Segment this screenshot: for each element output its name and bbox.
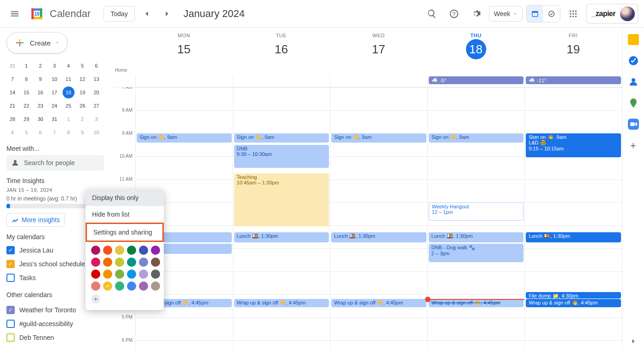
add-addon-button[interactable]: +	[630, 140, 636, 152]
checkbox[interactable]	[6, 274, 15, 282]
mini-cal-day[interactable]: 3	[91, 113, 103, 125]
color-swatch[interactable]	[115, 258, 124, 267]
create-button[interactable]: Create	[6, 32, 68, 53]
zoom-icon[interactable]	[628, 119, 639, 130]
color-swatch[interactable]	[151, 246, 160, 255]
mini-cal-day[interactable]: 21	[6, 100, 18, 112]
color-swatch[interactable]	[103, 270, 112, 279]
mini-cal-day[interactable]: 24	[48, 100, 60, 112]
mini-cal-day[interactable]: 1	[63, 113, 75, 125]
mini-cal-day[interactable]: 14	[6, 86, 18, 98]
color-swatch[interactable]	[91, 246, 100, 255]
next-period-button[interactable]	[159, 6, 175, 22]
checkbox[interactable]	[6, 306, 15, 314]
add-custom-color-button[interactable]: +	[91, 294, 100, 304]
calendar-event[interactable]: Lunch 🍱, 1:30pm	[526, 232, 621, 242]
view-select[interactable]: Week	[489, 6, 523, 22]
weather-event[interactable]: ☁️-5°	[429, 76, 524, 84]
mini-cal-day[interactable]: 17	[48, 86, 60, 98]
color-swatch[interactable]	[91, 258, 100, 267]
mini-cal-day[interactable]: 3	[48, 60, 60, 72]
mini-cal-day[interactable]: 26	[76, 100, 88, 112]
calendar-event[interactable]: Sign on ☀️, 9am	[429, 133, 524, 143]
color-swatch[interactable]	[103, 246, 112, 255]
calendar-event[interactable]: Lunch 🍱, 1:30pm	[429, 232, 524, 242]
search-people-input[interactable]: Search for people	[6, 155, 104, 171]
tasks-icon[interactable]	[628, 55, 639, 66]
mini-cal-day[interactable]: 13	[91, 73, 103, 85]
account-switcher[interactable]: _zapier	[586, 4, 638, 24]
mini-cal-day[interactable]: 23	[34, 100, 46, 112]
color-swatch[interactable]	[115, 270, 124, 279]
checkbox[interactable]	[6, 320, 15, 328]
mini-cal-day[interactable]: 20	[91, 86, 103, 98]
mini-cal-day[interactable]: 18	[63, 86, 75, 98]
mini-cal-day[interactable]: 1	[20, 60, 32, 72]
mini-cal-day[interactable]: 28	[6, 113, 18, 125]
calendar-event[interactable]: File dump 📁, 4:30pm	[526, 292, 621, 298]
color-swatch[interactable]	[127, 246, 136, 255]
color-swatch[interactable]	[91, 270, 100, 279]
day-header[interactable]: WED17	[330, 28, 427, 64]
mini-cal-day[interactable]: 6	[34, 126, 46, 138]
day-column[interactable]: Sign on ☀️, 9amLunch 🍱, 1:30pmWrap up & …	[330, 87, 427, 350]
mini-cal-day[interactable]: 10	[48, 73, 60, 85]
calendar-event[interactable]: Lunch 🍱, 1:30pm	[234, 232, 329, 242]
main-menu-icon[interactable]	[6, 5, 24, 23]
color-swatch[interactable]	[151, 258, 160, 267]
calendar-event[interactable]: Lunch 🍱, 1:30pm	[331, 232, 426, 242]
mini-cal-day[interactable]: 5	[76, 60, 88, 72]
allday-cell[interactable]: ☁️-11°	[524, 75, 622, 87]
mini-cal-day[interactable]: 9	[34, 73, 46, 85]
calendar-event[interactable]: Wrap up & sign off 👋, 4:45pm	[429, 299, 524, 307]
allday-cell[interactable]	[233, 75, 330, 87]
mini-cal-day[interactable]: 8	[20, 73, 32, 85]
color-swatch[interactable]	[139, 258, 148, 267]
hide-panel-button[interactable]	[629, 337, 638, 345]
calendar-event[interactable]: Wrap up & sign off ☀️, 4:45pm	[234, 299, 329, 307]
mini-cal-day[interactable]: 8	[63, 126, 75, 138]
mini-cal-day[interactable]: 31	[6, 60, 18, 72]
calendar-event[interactable]: Sign on ☀️, 9am	[331, 133, 426, 143]
calendar-event[interactable]: DNB9:30 – 10:30am	[234, 145, 329, 168]
mini-cal-day[interactable]: 6	[91, 60, 103, 72]
context-menu-item[interactable]: Hide from list	[86, 206, 164, 223]
mini-cal-day[interactable]: 27	[91, 100, 103, 112]
weather-event[interactable]: ☁️-11°	[526, 76, 621, 84]
today-button[interactable]: Today	[104, 6, 134, 22]
calendar-event[interactable]: Wrap up & sign off 👋, 4:45pm	[526, 299, 621, 307]
mini-cal-day[interactable]: 2	[76, 113, 88, 125]
mini-cal-day[interactable]: 7	[6, 73, 18, 85]
mini-cal-day[interactable]: 10	[91, 126, 103, 138]
checkbox[interactable]	[6, 260, 15, 268]
mini-calendar[interactable]: 3112345678910111213141516171819202122232…	[6, 60, 103, 138]
mini-cal-day[interactable]: 22	[20, 100, 32, 112]
help-icon[interactable]: ?	[445, 5, 463, 23]
color-swatch[interactable]	[139, 246, 148, 255]
mini-cal-day[interactable]: 30	[34, 113, 46, 125]
mini-cal-day[interactable]: 31	[48, 113, 60, 125]
color-swatch[interactable]	[103, 281, 112, 291]
context-menu-item[interactable]: Settings and sharing	[86, 223, 164, 242]
prev-period-button[interactable]	[138, 6, 155, 22]
day-column[interactable]: Sign on ☀️, 9amWeekly Hangout12 – 1pmLun…	[427, 87, 525, 350]
calendar-event[interactable]: Weekly Hangout12 – 1pm	[429, 202, 524, 221]
mini-cal-day[interactable]: 25	[63, 100, 75, 112]
mini-cal-day[interactable]: 12	[76, 73, 88, 85]
contacts-icon[interactable]	[628, 76, 639, 87]
maps-icon[interactable]	[628, 98, 639, 109]
checkbox[interactable]	[6, 246, 15, 254]
context-menu-item[interactable]: Display this only	[86, 189, 164, 206]
mini-cal-day[interactable]: 7	[48, 126, 60, 138]
day-header[interactable]: THU18	[427, 28, 525, 64]
color-swatch[interactable]	[151, 281, 160, 291]
mini-cal-day[interactable]: 16	[34, 86, 46, 98]
mini-cal-day[interactable]: 19	[76, 86, 88, 98]
day-header[interactable]: MON15	[135, 28, 233, 64]
calendar-event[interactable]: DNB - Dog walk 🐾2 – 3pm	[429, 244, 524, 262]
search-icon[interactable]	[423, 5, 441, 23]
color-swatch[interactable]	[127, 270, 136, 279]
allday-cell[interactable]	[330, 75, 427, 87]
calendar-toggle[interactable]: Deb Tennen	[6, 331, 104, 344]
settings-icon[interactable]	[467, 5, 485, 23]
